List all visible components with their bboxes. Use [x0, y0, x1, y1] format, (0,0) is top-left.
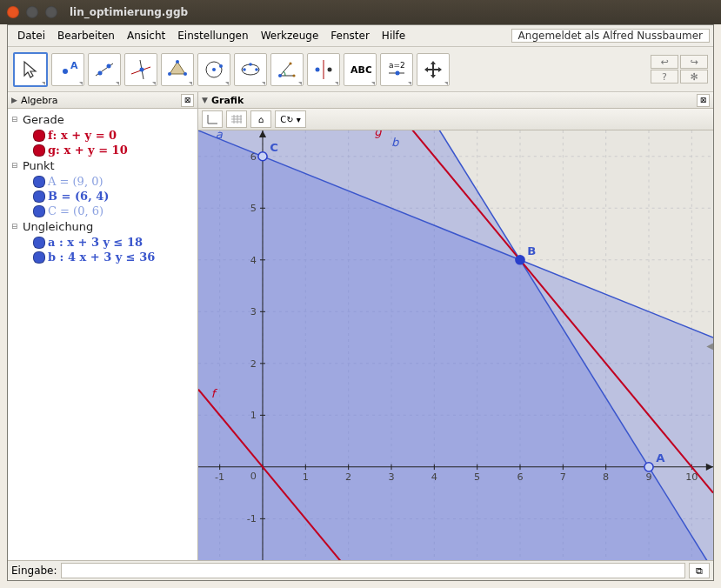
help-button[interactable]: ? [651, 70, 678, 84]
line-tool[interactable] [88, 53, 121, 86]
svg-text:9: 9 [645, 471, 651, 483]
window-maximize-button[interactable] [45, 6, 57, 18]
visibility-dot-icon[interactable] [33, 190, 45, 203]
text-tool[interactable]: ABC [344, 53, 377, 86]
slider-tool[interactable]: a=2 [380, 53, 413, 86]
conic-tool[interactable] [234, 53, 267, 86]
object-b[interactable]: b : 4 x + 3 y ≤ 36 [48, 250, 155, 264]
object-C[interactable]: C = (0, 6) [48, 204, 103, 218]
home-view-button[interactable]: ⌂ [250, 110, 271, 128]
visibility-dot-icon[interactable] [33, 130, 45, 142]
algebra-pane-header[interactable]: ▶ Algebra ⊠ [8, 92, 197, 109]
menu-help[interactable]: Hilfe [376, 30, 411, 42]
object-a[interactable]: a : x + 3 y ≤ 18 [48, 235, 143, 250]
standard-view-dropdown[interactable]: C↻ ▾ [275, 110, 306, 128]
group-ungleichung[interactable]: Ungleichung [23, 219, 93, 234]
undo-button[interactable]: ↩ [651, 55, 678, 69]
svg-point-0 [63, 69, 68, 74]
svg-text:3: 3 [388, 471, 394, 483]
menu-file[interactable]: Datei [11, 30, 51, 42]
reflect-tool[interactable] [307, 53, 340, 86]
object-f[interactable]: f: x + y = 0 [48, 128, 117, 143]
algebra-close-button[interactable]: ⊠ [181, 94, 194, 107]
svg-point-104 [258, 152, 267, 161]
graphics-view[interactable]: -112345678910-11234560abfgABC ◀ [198, 130, 713, 560]
menu-view[interactable]: Ansicht [121, 30, 171, 42]
menu-bar: Datei Bearbeiten Ansicht Einstellungen W… [8, 25, 713, 47]
circle-tool[interactable] [197, 53, 230, 86]
window-titlebar: lin_optimierung.ggb [0, 0, 721, 24]
svg-text:g: g [374, 130, 382, 138]
group-punkt[interactable]: Punkt [23, 158, 55, 173]
svg-text:5: 5 [474, 471, 480, 483]
window-minimize-button[interactable] [26, 6, 38, 18]
svg-text:2: 2 [250, 358, 257, 370]
svg-point-100 [644, 463, 653, 471]
svg-point-10 [184, 72, 187, 76]
svg-text:7: 7 [560, 471, 566, 483]
svg-point-19 [278, 74, 282, 77]
svg-text:5: 5 [250, 203, 257, 214]
visibility-dot-icon[interactable] [33, 251, 45, 264]
perp-line-tool[interactable] [124, 53, 157, 86]
svg-point-14 [219, 64, 223, 68]
svg-text:0: 0 [250, 471, 257, 482]
grafik-pane-header[interactable]: ▼ Grafik ⊠ [198, 92, 713, 109]
login-status[interactable]: Angemeldet als Alfred Nussbaumer [511, 29, 710, 43]
menu-options[interactable]: Einstellungen [171, 30, 254, 42]
point-tool[interactable]: A [51, 53, 84, 86]
svg-point-4 [107, 63, 111, 68]
svg-point-102 [516, 256, 524, 264]
symbol-picker-button[interactable]: ⧉ [689, 563, 710, 578]
visibility-dot-icon[interactable] [33, 176, 45, 188]
grafik-close-button[interactable]: ⊠ [697, 94, 710, 107]
svg-point-17 [255, 68, 258, 71]
algebra-pane: ▶ Algebra ⊠ ⊟Gerade f: x + y = 0 g: x + … [8, 92, 198, 560]
visibility-dot-icon[interactable] [33, 237, 45, 249]
redo-button[interactable]: ↪ [680, 55, 708, 69]
svg-point-20 [292, 74, 295, 77]
svg-point-21 [289, 62, 291, 64]
side-expand-icon[interactable]: ◀ [706, 341, 713, 351]
visibility-dot-icon[interactable] [33, 144, 45, 157]
svg-point-13 [212, 68, 216, 71]
input-label: Eingabe: [11, 565, 57, 577]
collapse-icon: ▶ [11, 96, 17, 104]
svg-text:A: A [656, 451, 665, 464]
window-close-button[interactable] [7, 6, 19, 18]
menu-tools[interactable]: Werkzeuge [255, 30, 325, 42]
svg-text:-1: -1 [247, 513, 257, 525]
svg-point-23 [316, 67, 320, 71]
svg-text:3: 3 [250, 306, 257, 317]
grafik-title: Grafik [211, 95, 244, 106]
svg-point-28 [396, 70, 400, 75]
svg-point-7 [140, 67, 144, 71]
command-input[interactable] [61, 563, 685, 578]
grafik-toolbar: ⌂ C↻ ▾ [198, 109, 713, 130]
menu-edit[interactable]: Bearbeiten [51, 30, 121, 42]
algebra-title: Algebra [21, 95, 58, 106]
grid-toggle-button[interactable] [226, 110, 247, 128]
settings-button[interactable]: ✻ [680, 70, 708, 84]
svg-point-16 [243, 68, 246, 71]
visibility-dot-icon[interactable] [33, 205, 45, 217]
angle-tool[interactable] [270, 53, 304, 86]
window-title: lin_optimierung.ggb [70, 6, 188, 18]
polygon-tool[interactable] [161, 53, 194, 86]
svg-text:ABC: ABC [350, 64, 371, 76]
group-gerade[interactable]: Gerade [23, 112, 64, 127]
svg-text:-1: -1 [215, 471, 224, 483]
svg-text:C: C [270, 141, 278, 154]
menu-window[interactable]: Fenster [324, 30, 376, 42]
object-B[interactable]: B = (6, 4) [48, 189, 109, 204]
move-tool[interactable] [13, 52, 48, 87]
axes-toggle-button[interactable] [202, 110, 223, 128]
move-view-tool[interactable] [417, 53, 450, 86]
algebra-tree[interactable]: ⊟Gerade f: x + y = 0 g: x + y = 10 ⊟Punk… [8, 109, 197, 560]
object-A[interactable]: A = (9, 0) [48, 174, 103, 189]
svg-text:a=2: a=2 [389, 61, 405, 70]
svg-text:4: 4 [431, 471, 437, 483]
collapse-icon: ▼ [202, 96, 208, 104]
svg-text:2: 2 [345, 471, 351, 483]
object-g[interactable]: g: x + y = 10 [48, 143, 128, 157]
